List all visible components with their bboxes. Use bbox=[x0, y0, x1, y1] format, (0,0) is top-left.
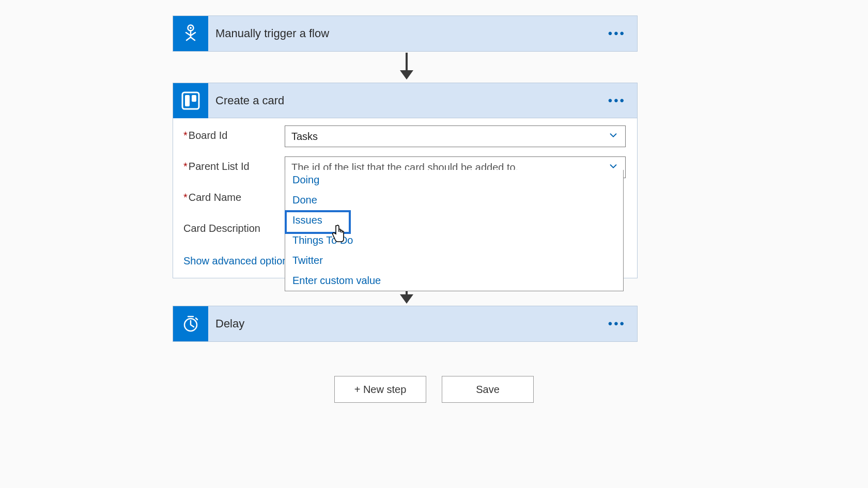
save-button[interactable]: Save bbox=[442, 376, 534, 403]
card-name-label: *Card Name bbox=[183, 187, 285, 203]
svg-point-1 bbox=[190, 27, 192, 29]
card-description-label: Card Description bbox=[183, 218, 285, 234]
create-card-title: Create a card bbox=[208, 94, 608, 107]
trigger-more-icon[interactable]: ••• bbox=[608, 26, 637, 41]
dropdown-option-issues[interactable]: Issues bbox=[285, 210, 623, 230]
new-step-button[interactable]: + New step bbox=[334, 376, 426, 403]
parent-list-label: *Parent List Id bbox=[183, 156, 285, 172]
svg-rect-3 bbox=[185, 95, 190, 106]
trigger-title: Manually trigger a flow bbox=[208, 27, 608, 40]
create-card-more-icon[interactable]: ••• bbox=[608, 93, 637, 108]
trello-icon bbox=[173, 83, 208, 118]
board-id-label: *Board Id bbox=[183, 125, 285, 141]
svg-rect-2 bbox=[182, 92, 199, 109]
trigger-icon bbox=[173, 16, 208, 51]
dropdown-option-doing[interactable]: Doing bbox=[285, 170, 623, 190]
svg-rect-4 bbox=[192, 95, 196, 102]
delay-more-icon[interactable]: ••• bbox=[608, 317, 637, 331]
create-card-header[interactable]: Create a card ••• bbox=[173, 83, 637, 118]
delay-action-card[interactable]: Delay ••• bbox=[173, 306, 638, 342]
trigger-card[interactable]: Manually trigger a flow ••• bbox=[173, 15, 638, 52]
connector-arrow bbox=[400, 53, 413, 80]
dropdown-option-things-to-do[interactable]: Things To Do bbox=[285, 230, 623, 250]
dropdown-option-done[interactable]: Done bbox=[285, 190, 623, 210]
flow-designer-canvas: Manually trigger a flow ••• Create a car… bbox=[0, 0, 868, 488]
board-id-select[interactable]: Tasks bbox=[285, 125, 626, 147]
action-bar: + New step Save bbox=[0, 376, 868, 403]
delay-icon bbox=[173, 306, 208, 341]
dropdown-option-twitter[interactable]: Twitter bbox=[285, 250, 623, 271]
parent-list-dropdown: Doing Done Issues Things To Do Twitter E… bbox=[285, 170, 624, 291]
delay-title: Delay bbox=[208, 317, 608, 330]
chevron-down-icon bbox=[608, 130, 619, 144]
dropdown-option-custom[interactable]: Enter custom value bbox=[285, 271, 623, 291]
create-card-body: *Board Id Tasks *Parent List Id The id o… bbox=[173, 118, 637, 278]
create-card-action: Create a card ••• *Board Id Tasks *Paren… bbox=[173, 83, 638, 278]
board-id-value: Tasks bbox=[291, 131, 318, 143]
